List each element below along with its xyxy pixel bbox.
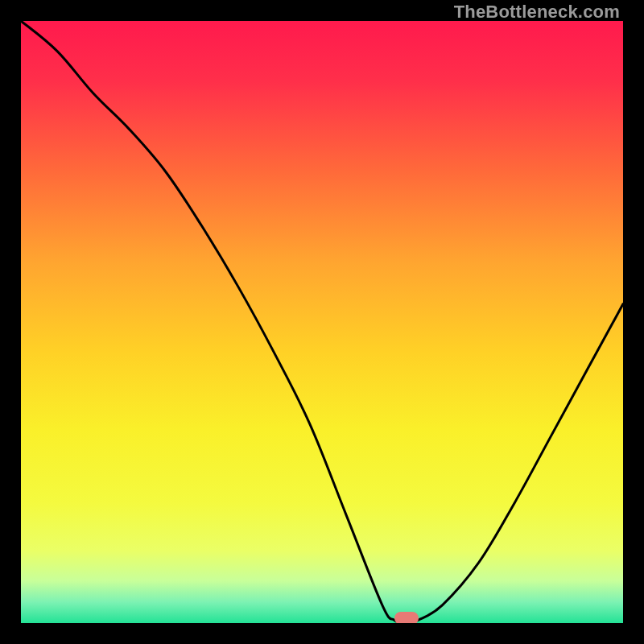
optimal-point-marker — [394, 612, 419, 623]
gradient-rect — [21, 21, 623, 623]
plot-area — [21, 21, 623, 623]
bottleneck-curve — [21, 21, 623, 623]
attribution-label: TheBottleneck.com — [454, 2, 620, 23]
chart-frame: TheBottleneck.com — [0, 0, 644, 644]
chart-svg — [21, 21, 623, 623]
